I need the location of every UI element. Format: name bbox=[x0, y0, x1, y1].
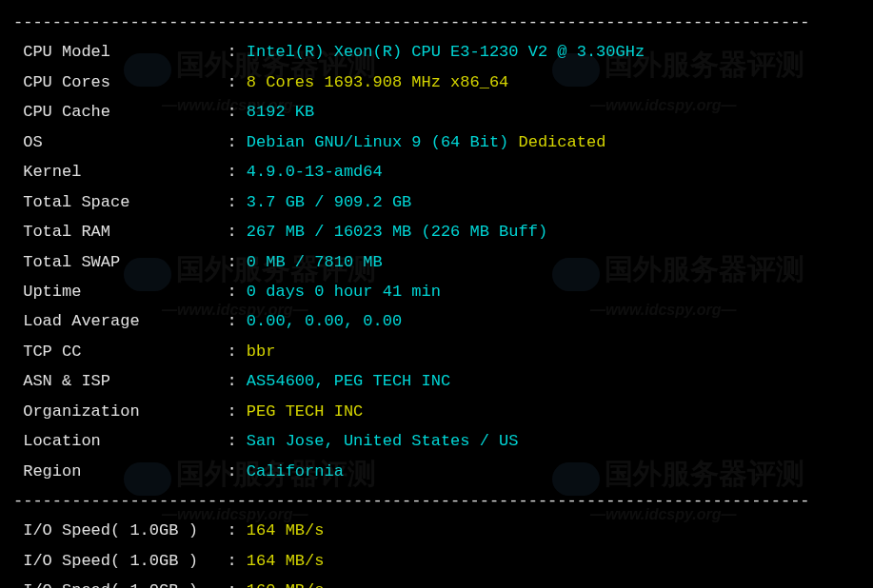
divider-top: ----------------------------------------… bbox=[13, 8, 860, 37]
value-os: Debian GNU/Linux 9 (64 Bit) bbox=[247, 133, 508, 151]
row-kernel: Kernel : 4.9.0-13-amd64 bbox=[13, 157, 860, 186]
label-total-swap: Total SWAP bbox=[23, 247, 120, 277]
value-total-ram: 267 MB / 16023 MB (226 MB Buff) bbox=[247, 223, 547, 241]
value-os-type: Dedicated bbox=[519, 133, 606, 151]
label-organization: Organization bbox=[23, 397, 139, 426]
row-total-swap: Total SWAP : 0 MB / 7810 MB bbox=[13, 247, 860, 277]
divider-middle: ----------------------------------------… bbox=[13, 486, 860, 516]
row-cpu-cache: CPU Cache : 8192 KB bbox=[13, 97, 860, 127]
label-region: Region bbox=[23, 457, 81, 486]
row-total-space: Total Space : 3.7 GB / 909.2 GB bbox=[13, 187, 860, 217]
value-total-space: 3.7 GB / 909.2 GB bbox=[247, 193, 411, 211]
label-location: Location bbox=[23, 426, 101, 456]
label-io-1: I/O Speed( 1.0GB ) bbox=[23, 516, 198, 545]
value-kernel: 4.9.0-13-amd64 bbox=[247, 163, 383, 181]
row-cpu-model: CPU Model : Intel(R) Xeon(R) CPU E3-1230… bbox=[13, 37, 860, 67]
row-region: Region : California bbox=[13, 457, 860, 486]
value-uptime: 0 days 0 hour 41 min bbox=[247, 283, 441, 301]
label-uptime: Uptime bbox=[23, 277, 81, 306]
row-cpu-cores: CPU Cores : 8 Cores 1693.908 MHz x86_64 bbox=[13, 68, 860, 97]
label-total-ram: Total RAM bbox=[23, 217, 110, 246]
row-location: Location : San Jose, United States / US bbox=[13, 426, 860, 456]
row-asn-isp: ASN & ISP : AS54600, PEG TECH INC bbox=[13, 366, 860, 396]
value-cpu-cache: 8192 KB bbox=[247, 103, 314, 121]
row-total-ram: Total RAM : 267 MB / 16023 MB (226 MB Bu… bbox=[13, 217, 860, 246]
label-cpu-cache: CPU Cache bbox=[23, 97, 110, 127]
value-io-2: 164 MB/s bbox=[247, 552, 325, 570]
label-total-space: Total Space bbox=[23, 187, 129, 217]
label-tcp-cc: TCP CC bbox=[23, 337, 81, 366]
row-io-1: I/O Speed( 1.0GB ) : 164 MB/s bbox=[13, 516, 860, 545]
row-tcp-cc: TCP CC : bbr bbox=[13, 337, 860, 366]
value-region: California bbox=[247, 462, 344, 480]
row-os: OS : Debian GNU/Linux 9 (64 Bit) Dedicat… bbox=[13, 127, 860, 157]
value-asn-isp: AS54600, PEG TECH INC bbox=[247, 372, 450, 390]
label-load-average: Load Average bbox=[23, 306, 139, 336]
row-load-average: Load Average : 0.00, 0.00, 0.00 bbox=[13, 306, 860, 336]
value-location: San Jose, United States / US bbox=[247, 432, 519, 450]
label-cpu-model: CPU Model bbox=[23, 37, 110, 67]
value-total-swap: 0 MB / 7810 MB bbox=[247, 253, 383, 271]
row-organization: Organization : PEG TECH INC bbox=[13, 397, 860, 426]
row-uptime: Uptime : 0 days 0 hour 41 min bbox=[13, 277, 860, 306]
value-io-1: 164 MB/s bbox=[247, 521, 325, 539]
label-io-3: I/O Speed( 1.0GB ) bbox=[23, 576, 198, 588]
value-organization: PEG TECH INC bbox=[247, 402, 363, 421]
label-io-2: I/O Speed( 1.0GB ) bbox=[23, 546, 198, 576]
label-os: OS bbox=[23, 127, 42, 157]
value-load-average: 0.00, 0.00, 0.00 bbox=[247, 312, 402, 330]
value-io-3: 160 MB/s bbox=[247, 581, 325, 588]
label-asn-isp: ASN & ISP bbox=[23, 366, 110, 396]
row-io-2: I/O Speed( 1.0GB ) : 164 MB/s bbox=[13, 546, 860, 576]
value-cpu-model: Intel(R) Xeon(R) CPU E3-1230 V2 @ 3.30GH… bbox=[247, 43, 645, 61]
value-tcp-cc: bbr bbox=[247, 343, 276, 361]
label-kernel: Kernel bbox=[23, 157, 81, 186]
row-io-3: I/O Speed( 1.0GB ) : 160 MB/s bbox=[13, 576, 860, 588]
value-cpu-cores: 8 Cores 1693.908 MHz x86_64 bbox=[247, 73, 508, 91]
label-cpu-cores: CPU Cores bbox=[23, 68, 110, 97]
